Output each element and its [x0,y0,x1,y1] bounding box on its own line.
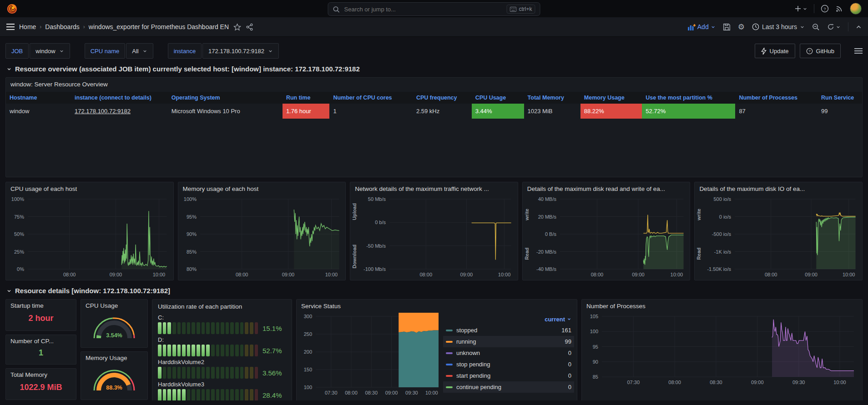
time-range-picker[interactable]: Last 3 hours [752,23,805,30]
legend-row[interactable]: running99 [443,336,574,347]
panel-title[interactable]: Memory usage of each host [178,182,346,195]
update-button[interactable]: Update [755,44,795,58]
new-button[interactable] [795,5,807,12]
svg-text:85%: 85% [187,249,197,255]
shortcut-badge: ctrl+k [506,5,535,14]
col-run-service[interactable]: Run Service [818,92,862,104]
job-select[interactable]: window [30,43,70,59]
legend-sort-header[interactable]: current [443,314,574,325]
grafana-dashboard: ctrl+k ? Home › Dashboards › [0,0,868,405]
panel-title[interactable]: Total Memory [10,371,71,378]
refresh-button[interactable] [827,23,841,30]
service-status-chart[interactable]: 10015020025030007:3008:0008:3009:0009:30… [298,313,443,397]
legend-row[interactable]: stopped161 [443,325,574,336]
panel-title[interactable]: CPU Usage [86,302,143,309]
save-icon[interactable] [723,23,731,31]
search-input[interactable] [343,5,503,13]
variable-job: JOB window [5,43,70,59]
section-resource-overview[interactable]: Resource overview (associated JOB item) … [6,65,868,73]
news-icon[interactable] [835,5,843,13]
memory-usage-chart[interactable]: 80%85%90%95%100%08:0009:0010:00 [179,195,344,279]
cpu-name-select[interactable]: All [126,43,153,59]
svg-text:75%: 75% [14,214,24,220]
svg-text:08:00: 08:00 [590,272,603,277]
col-total-memory[interactable]: Total Memory [524,92,580,104]
svg-text:50 Mb/s: 50 Mb/s [368,196,386,202]
col-hostname[interactable]: Hostname [6,92,71,104]
variable-instance: instance 172.178.100.72:9182 [168,43,279,59]
panel-title[interactable]: Number of Processes [582,300,862,313]
chevron-down-icon [268,49,273,54]
memory-usage-panel: Memory usage of each host 80%85%90%95%10… [178,182,346,280]
legend-row[interactable]: continue pending0 [443,381,574,393]
zoom-out-icon[interactable] [812,23,820,31]
process-count-chart[interactable]: 85909510010507:3008:0008:3009:0009:3010:… [584,313,858,387]
settings-gear-icon[interactable]: ⚙ [738,23,745,31]
col-processes[interactable]: Number of Processes [735,92,818,104]
breadcrumb-dashboards[interactable]: Dashboards [45,23,80,30]
breadcrumb-separator: › [83,24,85,30]
svg-text:-100 Mb/s: -100 Mb/s [363,266,386,272]
partition-row: C: 15.1% [158,314,286,334]
panel-title[interactable]: CPU usage of each host [6,182,173,195]
col-cpu-cores[interactable]: Number of CPU cores [329,92,413,104]
panel-title[interactable]: Details of the maximum disk read and wri… [523,182,690,195]
kiosk-toggle-icon[interactable] [856,24,862,30]
col-instance[interactable]: instance (connect to details) [71,92,168,104]
instance-select[interactable]: 172.178.100.72:9182 [202,43,279,59]
svg-text:50%: 50% [14,231,24,237]
cpu-usage-gauge-panel: CPU Usage 3.54% [81,299,148,348]
partition-value: 15.1% [262,325,286,332]
legend-row[interactable]: unknown0 [443,347,574,359]
network-traffic-chart[interactable]: 50 Mb/s0 b/s-50 Mb/s-100 Mb/s08:0009:001… [351,195,516,279]
svg-text:09:00: 09:00 [110,272,122,277]
panel-title[interactable]: Network details of the maximum traffic n… [350,182,518,195]
star-icon[interactable] [233,23,241,31]
section-resource-details[interactable]: Resource details [window: 172.178.100.72… [6,287,868,295]
user-avatar[interactable] [850,3,862,15]
panel-title[interactable]: window: Server Resource Overview [6,78,862,91]
add-panel-button[interactable]: Add [688,23,716,30]
svg-text:08:00: 08:00 [63,272,76,277]
panel-title[interactable]: Service Status [297,300,577,313]
cpu-count-value: 1 [10,345,71,361]
col-os[interactable]: Operating System [168,92,283,104]
refresh-icon [827,23,834,30]
col-cpu-usage[interactable]: CPU Usage [472,92,524,104]
series-color-chip [446,386,453,388]
panel-title[interactable]: Utilization rate of each partition [158,302,286,312]
col-memory-usage[interactable]: Memory Usage [580,92,642,104]
github-button[interactable]: ? GitHub [800,44,841,58]
svg-text:08:00: 08:00 [345,390,358,395]
details-row: Startup time 2 hour Number of CP... 1 To… [5,299,863,400]
col-partition[interactable]: Use the most partition % [642,92,735,104]
breadcrumb-home[interactable]: Home [19,23,36,30]
table-header-row: Hostname instance (connect to details) O… [6,92,862,104]
help-icon[interactable]: ? [821,5,829,13]
svg-text:90: 90 [593,359,598,365]
cpu-usage-chart[interactable]: 0%25%50%75%100%08:0009:0010:00 [7,195,172,279]
panel-title[interactable]: Startup time [10,302,71,309]
panel-menu-icon[interactable] [854,48,863,54]
col-runtime[interactable]: Run time [283,92,330,104]
legend-row[interactable]: stop pending0 [443,359,574,370]
svg-text:08:30: 08:30 [710,380,722,385]
global-search[interactable]: ctrl+k [328,2,540,16]
share-icon[interactable] [246,23,253,31]
panel-title[interactable]: Number of CP... [10,338,71,345]
svg-text:300: 300 [304,314,312,319]
legend-row[interactable]: start pending0 [443,370,574,381]
instance-link[interactable]: 172.178.100.72:9182 [75,108,131,115]
col-cpu-frequency[interactable]: CPU frequency [413,92,472,104]
mega-menu-icon[interactable] [6,24,15,30]
grafana-logo-icon[interactable] [6,3,18,15]
bar-gauge [158,367,258,379]
panel-title[interactable]: Memory Usage [86,355,143,361]
disk-io-chart[interactable]: 500 io/s0 io/s-500 io/s-1K io/s-1.50K io… [696,195,860,279]
panel-title[interactable]: Details of the maximum disk IO of ea... [695,182,862,195]
cell-os: Microsoft Windows 10 Pro [168,108,283,115]
svg-text:09:00: 09:00 [805,272,818,277]
svg-text:08:00: 08:00 [420,272,433,277]
disk-read-write-chart[interactable]: 40 MB/s20 MB/s0 B/s-20 MB/s-40 MB/s08:00… [524,195,688,279]
memory-usage-gauge-panel: Memory Usage 88.3% [81,351,148,400]
